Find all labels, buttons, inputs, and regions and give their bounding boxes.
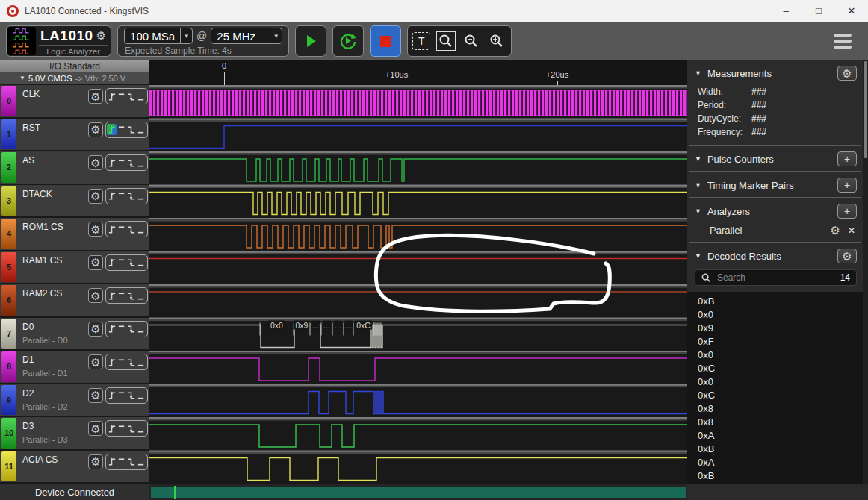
trigger-high-edge-icon[interactable] bbox=[117, 224, 126, 235]
trigger-high-edge-icon[interactable] bbox=[117, 157, 126, 169]
voltage-threshold-row[interactable]: ▼ 5.0V CMOS -> Vth: 2.50 V bbox=[0, 72, 149, 85]
trigger-rising-edge-icon[interactable] bbox=[107, 157, 117, 169]
channel-row-ram1-cs[interactable]: 5RAM1 CS⚙ bbox=[0, 251, 149, 285]
chevron-down-icon[interactable]: ▼ bbox=[270, 28, 282, 43]
channel-settings-button[interactable]: ⚙ bbox=[88, 388, 103, 403]
trigger-high-edge-icon[interactable] bbox=[117, 423, 126, 434]
channel-settings-button[interactable]: ⚙ bbox=[88, 454, 103, 469]
collapse-caret-icon[interactable]: ▼ bbox=[695, 155, 701, 163]
decoded-value[interactable]: 0xC bbox=[698, 362, 863, 375]
channel-row-rst[interactable]: 1RST⚙ bbox=[0, 119, 149, 152]
decoded-value[interactable]: 0x8 bbox=[698, 402, 863, 416]
repeat-capture-button[interactable] bbox=[332, 25, 364, 57]
trigger-low-edge-icon[interactable] bbox=[137, 224, 146, 235]
trigger-rising-edge-icon[interactable] bbox=[107, 390, 117, 401]
timing-marker-pairs-header[interactable]: ▼ Timing Marker Pairs + bbox=[687, 172, 863, 197]
trigger-falling-edge-icon[interactable] bbox=[127, 323, 137, 334]
trigger-rising-edge-icon[interactable] bbox=[107, 423, 117, 434]
measurements-header[interactable]: ▼ Measurements ⚙ bbox=[687, 60, 863, 85]
channel-settings-button[interactable]: ⚙ bbox=[88, 155, 103, 170]
channel-row-d0[interactable]: 7D0Parallel - D0⚙ bbox=[0, 318, 149, 351]
channel-settings-button[interactable]: ⚙ bbox=[88, 89, 103, 104]
channel-settings-button[interactable]: ⚙ bbox=[88, 322, 103, 337]
channel-row-ram2-cs[interactable]: 6RAM2 CS⚙ bbox=[0, 284, 149, 318]
trigger-low-edge-icon[interactable] bbox=[137, 357, 146, 368]
decoded-value[interactable]: 0xA bbox=[698, 456, 863, 469]
add-analyzer-button[interactable]: + bbox=[837, 204, 857, 219]
trigger-low-edge-icon[interactable] bbox=[137, 91, 146, 102]
analyzer-remove-icon[interactable]: ✕ bbox=[848, 225, 855, 236]
channel-settings-button[interactable]: ⚙ bbox=[88, 189, 103, 204]
trigger-falling-edge-icon[interactable] bbox=[127, 390, 137, 401]
sample-rate-select[interactable]: 25 MHz ▼ bbox=[211, 28, 282, 44]
capture-overview-bar[interactable] bbox=[149, 484, 687, 500]
channel-row-d3[interactable]: 10D3Parallel - D3⚙ bbox=[0, 417, 149, 451]
trigger-high-edge-icon[interactable] bbox=[117, 390, 126, 401]
close-button[interactable]: ✕ bbox=[835, 0, 868, 22]
decoded-value[interactable]: 0xC bbox=[698, 389, 863, 402]
trigger-high-edge-icon[interactable] bbox=[117, 91, 126, 102]
trigger-low-edge-icon[interactable] bbox=[137, 390, 146, 401]
trigger-low-edge-icon[interactable] bbox=[137, 456, 146, 467]
decoded-results-header[interactable]: ▼ Decoded Results ⚙ bbox=[687, 243, 863, 268]
trigger-rising-edge-icon[interactable] bbox=[107, 91, 117, 102]
channel-row-rom1-cs[interactable]: 4ROM1 CS⚙ bbox=[0, 218, 149, 251]
channel-row-d1[interactable]: 8D1Parallel - D1⚙ bbox=[0, 351, 149, 384]
io-standard-header[interactable]: I/O Standard bbox=[0, 60, 149, 72]
trigger-falling-edge-icon[interactable] bbox=[127, 157, 137, 169]
collapse-caret-icon[interactable]: ▼ bbox=[695, 181, 701, 189]
decoded-value[interactable]: 0x0 bbox=[698, 349, 863, 362]
decoded-results-settings-button[interactable]: ⚙ bbox=[837, 249, 857, 263]
collapse-caret-icon[interactable]: ▼ bbox=[695, 69, 701, 77]
channel-settings-button[interactable]: ⚙ bbox=[88, 354, 103, 369]
channel-row-as[interactable]: 2AS⚙ bbox=[0, 151, 149, 185]
decoded-value[interactable]: 0x0 bbox=[698, 308, 863, 322]
zoom-in-tool[interactable] bbox=[487, 31, 506, 51]
scrollbar-handle[interactable] bbox=[864, 61, 867, 158]
stop-button[interactable] bbox=[370, 25, 401, 57]
trigger-low-edge-icon[interactable] bbox=[137, 423, 146, 434]
decoded-value[interactable]: 0x0 bbox=[698, 375, 863, 389]
trigger-rising-edge-icon[interactable] bbox=[107, 290, 117, 301]
trigger-low-edge-icon[interactable] bbox=[137, 323, 146, 334]
measurements-settings-button[interactable]: ⚙ bbox=[837, 66, 857, 81]
decoded-value[interactable]: 0x8 bbox=[698, 416, 863, 429]
decoded-value[interactable]: 0xA bbox=[698, 429, 863, 443]
trigger-high-edge-icon[interactable] bbox=[117, 290, 126, 301]
waveforms[interactable]: 0x00x9…………0xC bbox=[149, 85, 687, 484]
decoded-value[interactable]: 0xB bbox=[698, 443, 863, 456]
chevron-down-icon[interactable]: ▼ bbox=[180, 28, 192, 43]
start-button[interactable] bbox=[295, 25, 326, 57]
trigger-high-edge-icon[interactable] bbox=[117, 124, 126, 135]
trigger-falling-edge-icon[interactable] bbox=[127, 257, 137, 268]
analyzer-settings-gear-icon[interactable]: ⚙ bbox=[830, 225, 840, 236]
trigger-low-edge-icon[interactable] bbox=[137, 157, 146, 169]
trigger-falling-edge-icon[interactable] bbox=[127, 290, 137, 301]
trigger-falling-edge-icon[interactable] bbox=[127, 456, 137, 467]
channel-row-dtack[interactable]: 3DTACK⚙ bbox=[0, 185, 149, 219]
channel-settings-button[interactable]: ⚙ bbox=[88, 122, 103, 137]
trigger-rising-edge-icon[interactable] bbox=[107, 323, 117, 334]
zoom-out-tool[interactable] bbox=[462, 31, 481, 51]
trigger-low-edge-icon[interactable] bbox=[137, 290, 146, 301]
capture-position-marker[interactable] bbox=[174, 486, 176, 499]
decoded-results-list[interactable]: 0xB0x00x90xF0x00xC0x00xC0x80x80xA0xB0xA0… bbox=[687, 292, 863, 484]
trigger-high-edge-icon[interactable] bbox=[117, 456, 126, 467]
channel-settings-button[interactable]: ⚙ bbox=[88, 421, 103, 436]
decoded-value[interactable]: 0x9 bbox=[698, 322, 863, 335]
trigger-falling-edge-icon[interactable] bbox=[127, 224, 137, 235]
channel-settings-button[interactable]: ⚙ bbox=[88, 255, 103, 270]
pulse-counters-header[interactable]: ▼ Pulse Counters + bbox=[687, 146, 863, 171]
collapse-caret-icon[interactable]: ▼ bbox=[695, 252, 701, 260]
maximize-button[interactable]: □ bbox=[802, 0, 835, 22]
channel-settings-button[interactable]: ⚙ bbox=[88, 222, 103, 237]
trigger-falling-edge-icon[interactable] bbox=[127, 423, 137, 434]
trigger-falling-edge-icon[interactable] bbox=[127, 190, 137, 201]
decoded-value[interactable]: 0xB bbox=[698, 469, 863, 483]
trigger-high-edge-icon[interactable] bbox=[117, 257, 126, 268]
trigger-high-edge-icon[interactable] bbox=[117, 357, 126, 368]
trigger-rising-edge-icon[interactable] bbox=[107, 257, 117, 268]
trigger-rising-edge-icon[interactable] bbox=[107, 190, 117, 201]
trigger-falling-edge-icon[interactable] bbox=[127, 357, 137, 368]
minimize-button[interactable]: – bbox=[769, 0, 802, 22]
